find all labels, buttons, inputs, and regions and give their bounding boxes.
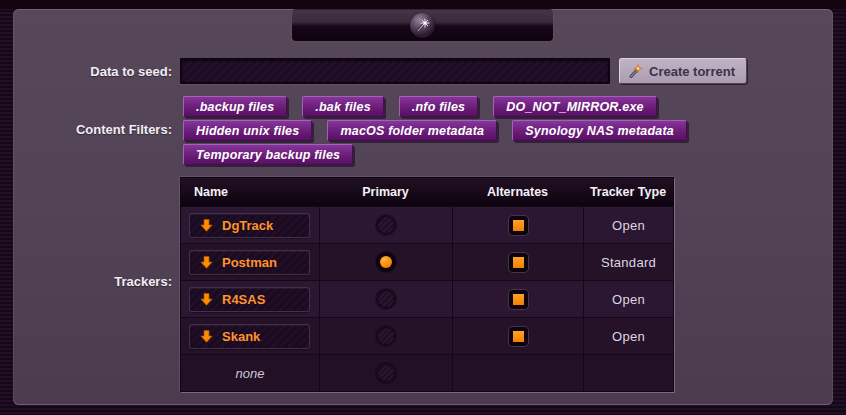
tracker-type: Open <box>583 207 673 243</box>
alternates-checkbox-dgtrack[interactable] <box>509 216 528 235</box>
tracker-name: Skank <box>222 329 260 344</box>
filter-chip-row: .backup files .bak files .nfo files DO_N… <box>183 96 657 117</box>
tracker-link-r4sas[interactable]: R4SAS <box>189 287 310 312</box>
filter-chip-do-not-mirror[interactable]: DO_NOT_MIRROR.exe <box>493 96 656 117</box>
primary-radio-skank[interactable] <box>376 326 396 346</box>
data-to-seed-input[interactable] <box>180 58 610 84</box>
content-filters-label: Content Filters: <box>0 122 172 137</box>
primary-radio-r4sas[interactable] <box>376 289 396 309</box>
alternates-checkbox-postman[interactable] <box>509 253 528 272</box>
filter-chip-row: Temporary backup files <box>183 144 353 165</box>
tracker-name: DgTrack <box>222 218 273 233</box>
down-arrow-icon <box>200 293 213 306</box>
magic-wand-icon <box>628 64 643 79</box>
tracker-row-postman: Postman Standard <box>181 243 673 280</box>
filter-chip-hidden-unix[interactable]: Hidden unix files <box>183 120 312 141</box>
tracker-row-r4sas: R4SAS Open <box>181 280 673 317</box>
checkbox-check <box>513 331 524 342</box>
column-header-tracker-type: Tracker Type <box>583 185 673 199</box>
filter-chip-bak-files[interactable]: .bak files <box>302 96 384 117</box>
primary-radio-none[interactable] <box>376 363 396 383</box>
magic-wand-sphere-icon <box>410 13 435 38</box>
tracker-type <box>583 355 673 391</box>
checkbox-check <box>513 257 524 268</box>
tracker-type: Standard <box>583 244 673 280</box>
filter-chip-row: Hidden unix files macOS folder metadata … <box>183 120 687 141</box>
tracker-row-dgtrack: DgTrack Open <box>181 206 673 243</box>
down-arrow-icon <box>200 219 213 232</box>
create-torrent-button[interactable]: Create torrent <box>619 58 747 84</box>
down-arrow-icon <box>200 256 213 269</box>
top-bar <box>0 0 846 9</box>
column-header-primary: Primary <box>319 185 452 199</box>
tracker-name-none: none <box>181 366 319 381</box>
tracker-link-dgtrack[interactable]: DgTrack <box>189 213 310 238</box>
tracker-type: Open <box>583 281 673 317</box>
alternates-checkbox-r4sas[interactable] <box>509 290 528 309</box>
filter-chip-backup-files[interactable]: .backup files <box>183 96 287 117</box>
primary-radio-postman[interactable] <box>376 252 396 272</box>
checkbox-check <box>513 220 524 231</box>
create-torrent-page: { "header": { "toggle_icon": "magic-wand… <box>0 0 846 415</box>
down-arrow-icon <box>200 330 213 343</box>
create-torrent-button-label: Create torrent <box>649 64 735 79</box>
alternates-checkbox-skank[interactable] <box>509 327 528 346</box>
primary-radio-dgtrack[interactable] <box>376 215 396 235</box>
filter-chip-macos-metadata[interactable]: macOS folder metadata <box>327 120 497 141</box>
tracker-name: R4SAS <box>222 292 265 307</box>
filter-chip-synology-metadata[interactable]: Synology NAS metadata <box>512 120 687 141</box>
data-to-seed-label: Data to seed: <box>0 64 172 79</box>
tracker-row-none: none <box>181 354 673 391</box>
trackers-table-header: Name Primary Alternates Tracker Type <box>181 178 673 206</box>
checkbox-check <box>513 294 524 305</box>
tracker-link-postman[interactable]: Postman <box>189 250 310 275</box>
column-header-alternates: Alternates <box>452 185 583 199</box>
tracker-row-skank: Skank Open <box>181 317 673 354</box>
column-header-name: Name <box>181 185 319 199</box>
trackers-label: Trackers: <box>0 274 172 289</box>
create-torrent-section-toggle[interactable] <box>291 9 554 42</box>
filter-chip-nfo-files[interactable]: .nfo files <box>399 96 478 117</box>
tracker-type: Open <box>583 318 673 354</box>
trackers-table: Name Primary Alternates Tracker Type DgT… <box>180 177 674 392</box>
filter-chip-temporary-backup[interactable]: Temporary backup files <box>183 144 353 165</box>
tracker-name: Postman <box>222 255 277 270</box>
tracker-link-skank[interactable]: Skank <box>189 324 310 349</box>
